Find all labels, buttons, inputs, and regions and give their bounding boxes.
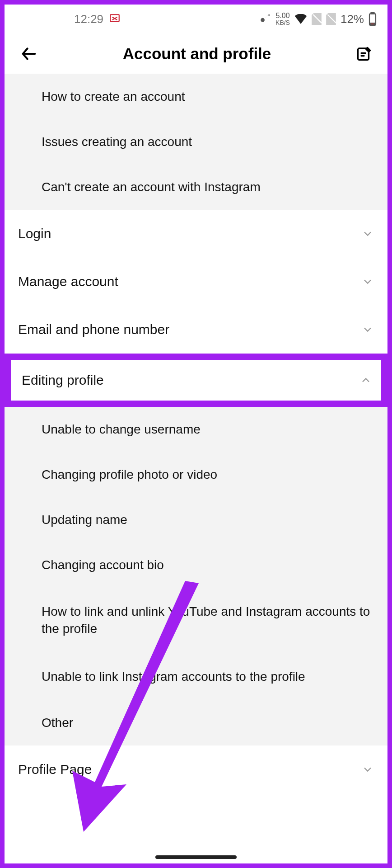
battery-icon [369,12,377,26]
feedback-icon[interactable] [355,45,373,63]
list-item[interactable]: How to link and unlink YouTube and Insta… [5,588,387,653]
battery-percentage: 12% [341,12,364,26]
sim2-icon [326,13,336,25]
status-left: 12:29 [74,12,121,26]
list-item[interactable]: Can't create an account with Instagram [5,165,387,210]
status-right: 5.00 KB/S 12% [259,12,377,26]
list-item[interactable]: Unable to link Instagram accounts to the… [5,653,387,701]
section-editing-profile[interactable]: Editing profile [11,360,381,401]
section-manage-account[interactable]: Manage account [5,258,387,306]
highlight-annotation: Editing profile [5,354,387,407]
status-bar: 12:29 5.00 KB/S [5,5,387,33]
chevron-down-icon [361,275,374,288]
content-scroll[interactable]: How to create an account Issues creating… [5,74,387,863]
list-item[interactable]: How to create an account [5,74,387,119]
list-item[interactable]: Updating name [5,497,387,542]
home-indicator[interactable] [155,855,237,859]
app-bar: Account and profile [5,33,387,74]
section-label: Login [18,226,51,241]
app-frame: 12:29 5.00 KB/S [5,5,387,863]
svg-point-1 [261,18,265,22]
section-login[interactable]: Login [5,210,387,258]
sim1-icon [312,13,322,25]
editing-profile-children: Unable to change username Changing profi… [5,407,387,745]
svg-rect-4 [370,23,374,24]
svg-rect-3 [371,12,374,14]
data-speed: 5.00 KB/S [275,12,290,26]
back-button[interactable] [19,44,39,64]
list-item-other[interactable]: Other [5,700,387,745]
page-title: Account and profile [39,45,355,63]
list-item[interactable]: Unable to change username [5,407,387,452]
list-item[interactable]: Changing profile photo or video [5,452,387,497]
chevron-up-icon [359,374,372,387]
chevron-down-icon [361,763,374,776]
wifi-icon [294,14,307,24]
section-label: Manage account [18,274,118,289]
section-label: Profile Page [18,762,92,777]
list-item[interactable]: Changing account bio [5,542,387,588]
chevron-down-icon [361,323,374,336]
status-time: 12:29 [74,12,103,26]
section-profile-page[interactable]: Profile Page [5,745,387,793]
list-item[interactable]: Issues creating an account [5,119,387,165]
section-label: Editing profile [22,373,104,388]
screenshot-icon [109,13,121,25]
key-icon [259,13,271,25]
chevron-down-icon [361,227,374,240]
section-email-phone[interactable]: Email and phone number [5,306,387,354]
section-label: Email and phone number [18,322,169,337]
